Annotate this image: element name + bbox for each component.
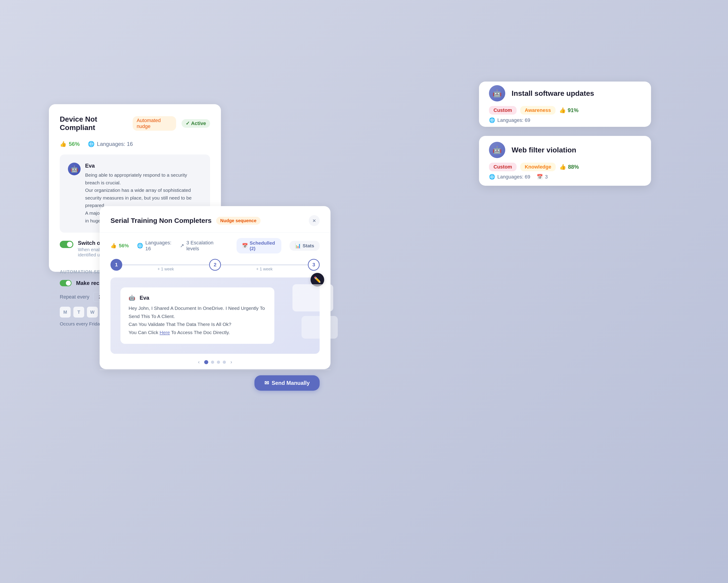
send-manually-button[interactable]: ✉ Send Manually — [255, 375, 320, 391]
install-header: 🤖 Install software updates — [489, 85, 641, 101]
bubble-name: Eva — [85, 162, 202, 169]
step-line-2: + 1 week — [221, 264, 308, 265]
badge-active: ✓ Active — [182, 119, 210, 128]
dot-2[interactable] — [211, 361, 214, 364]
step-2: 2 — [209, 259, 221, 271]
repeat-label: Repeat every — [60, 294, 89, 300]
badge-nudge-seq: Nudge sequence — [216, 217, 261, 225]
thumbsup-icon-webfilter: 👍 — [560, 164, 566, 170]
webfilter-tags: Custom Knowledge 👍 88% — [489, 162, 641, 171]
prev-arrow[interactable]: ‹ — [196, 359, 202, 365]
install-tags: Custom Awareness 👍 91% — [489, 106, 641, 115]
serial-stat-escalation: ↗ 3 Escalation levels — [180, 240, 220, 252]
calendar-icon-serial: 📅 — [242, 243, 248, 249]
stats-button[interactable]: 📊 Stats — [289, 241, 320, 251]
day-mon[interactable]: M — [60, 307, 71, 318]
ghost-bubble-2 — [302, 316, 338, 338]
device-title: Device Not Compliant — [60, 115, 127, 132]
thumbsup-icon: 👍 — [60, 141, 67, 147]
robot-icon: 🤖 — [70, 166, 78, 173]
step-1: 1 — [110, 259, 122, 271]
step-week-1: + 1 week — [158, 267, 174, 272]
device-stat-percent: 👍 56% — [60, 141, 80, 147]
serial-avatar-icon: 🤖 — [129, 295, 135, 301]
escalation-icon: ↗ — [180, 243, 184, 249]
send-icon: ✉ — [264, 380, 269, 386]
webfilter-score: 👍 88% — [560, 164, 579, 170]
install-meta: 🌐 Languages: 69 — [489, 117, 641, 123]
recurring-toggle[interactable] — [60, 280, 72, 286]
lang-icon-serial: 🌐 — [137, 243, 143, 249]
device-stats-row: 👍 56% 🌐 Languages: 16 — [60, 141, 210, 147]
webfilter-header: 🤖 Web filter violation — [489, 142, 641, 158]
webfilter-icon: 🤖 — [489, 142, 505, 158]
pagination-dots: ‹ › — [100, 354, 331, 370]
dot-3[interactable] — [217, 361, 220, 364]
day-tue[interactable]: T — [73, 307, 84, 318]
doc-link[interactable]: Here — [160, 330, 170, 335]
escalation-steps: 1 + 1 week 2 + 1 week 3 — [100, 259, 331, 275]
serial-chat-area: ✏️ 🤖 Eva Hey John, I Shared A Document I… — [110, 277, 320, 354]
serial-title: Serial Training Non Completers — [110, 217, 212, 225]
serial-stat-percent: 👍 56% — [110, 243, 129, 249]
install-lang: 🌐 Languages: 69 — [489, 117, 530, 123]
tag-awareness: Awareness — [520, 106, 555, 115]
check-icon: ✓ — [186, 121, 190, 126]
close-button[interactable]: × — [309, 215, 320, 226]
robot-icon-install: 🤖 — [493, 89, 502, 98]
robot-icon-webfilter: 🤖 — [493, 146, 502, 154]
device-header: Device Not Compliant Automated nudge ✓ A… — [60, 115, 210, 132]
webfilter-title: Web filter violation — [512, 146, 576, 154]
close-icon: × — [312, 217, 316, 224]
eva-avatar: 🤖 — [68, 162, 81, 175]
serial-bubble-text: Hey John, I Shared A Document In OneDriv… — [129, 304, 266, 336]
serial-header: Serial Training Non Completers Nudge seq… — [100, 206, 331, 233]
install-score: 👍 91% — [559, 107, 579, 113]
webfilter-meta: 🌐 Languages: 69 📅 3 — [489, 174, 641, 180]
serial-chat-bubble: 🤖 Eva Hey John, I Shared A Document In O… — [121, 287, 275, 344]
serial-stats-row: 👍 56% 🌐 Languages: 16 ↗ 3 Escalation lev… — [100, 233, 331, 259]
dot-4[interactable] — [223, 361, 226, 364]
dot-1[interactable] — [204, 360, 208, 364]
card-webfilter: 🤖 Web filter violation Custom Knowledge … — [479, 136, 651, 186]
webfilter-lang: 🌐 Languages: 69 — [489, 174, 530, 180]
device-stat-lang: 🌐 Languages: 16 — [88, 141, 133, 147]
chart-icon: 📊 — [295, 243, 301, 249]
step-3: 3 — [308, 259, 320, 271]
step-line-1: + 1 week — [122, 264, 209, 265]
serial-bubble-name: 🤖 Eva — [129, 295, 266, 301]
tag-custom-webfilter: Custom — [489, 162, 517, 171]
install-icon: 🤖 — [489, 85, 505, 101]
switch-toggle[interactable] — [60, 241, 73, 248]
next-arrow[interactable]: › — [229, 359, 234, 365]
thumbsup-icon-install: 👍 — [559, 107, 566, 113]
badge-automated: Automated nudge — [133, 116, 176, 131]
serial-footer: ✉ Send Manually — [100, 370, 331, 399]
card-serial: Serial Training Non Completers Nudge seq… — [100, 206, 331, 369]
scheduled-button[interactable]: 📅 Schedulled (2) — [237, 238, 281, 253]
tag-knowledge: Knowledge — [520, 162, 556, 171]
webfilter-calendar: 📅 3 — [537, 174, 548, 180]
language-icon: 🌐 — [88, 141, 95, 147]
step-week-2: + 1 week — [256, 267, 273, 272]
serial-stat-lang: 🌐 Languages: 16 — [137, 240, 172, 252]
card-install: 🤖 Install software updates Custom Awaren… — [479, 81, 651, 127]
install-title: Install software updates — [512, 89, 594, 98]
calendar-icon-webfilter: 📅 — [537, 174, 543, 180]
lang-icon-webfilter: 🌐 — [489, 174, 495, 180]
tag-custom-install: Custom — [489, 106, 517, 115]
lang-icon-install: 🌐 — [489, 117, 495, 123]
serial-title-row: Serial Training Non Completers Nudge seq… — [110, 217, 261, 225]
day-wed[interactable]: W — [87, 307, 98, 318]
ghost-bubble-1 — [292, 284, 333, 311]
thumbsup-icon-serial: 👍 — [110, 243, 116, 249]
